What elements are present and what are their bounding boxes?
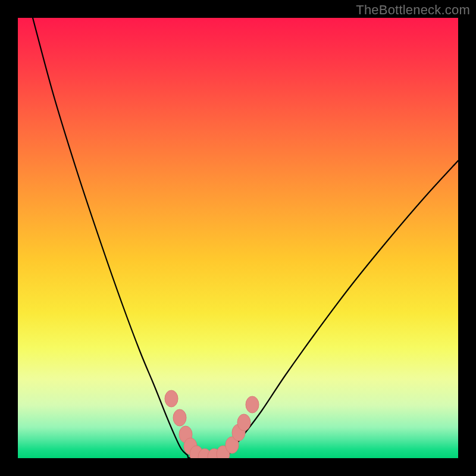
curve-marker — [173, 409, 186, 426]
bottleneck-curve — [18, 18, 458, 458]
watermark-text: TheBottleneck.com — [356, 2, 470, 18]
curve-marker — [237, 414, 250, 431]
marker-group — [165, 390, 259, 458]
chart-frame: TheBottleneck.com — [0, 0, 476, 476]
curve-path — [33, 18, 458, 458]
curve-marker — [246, 396, 259, 413]
plot-area — [18, 18, 458, 458]
curve-marker — [165, 390, 178, 407]
